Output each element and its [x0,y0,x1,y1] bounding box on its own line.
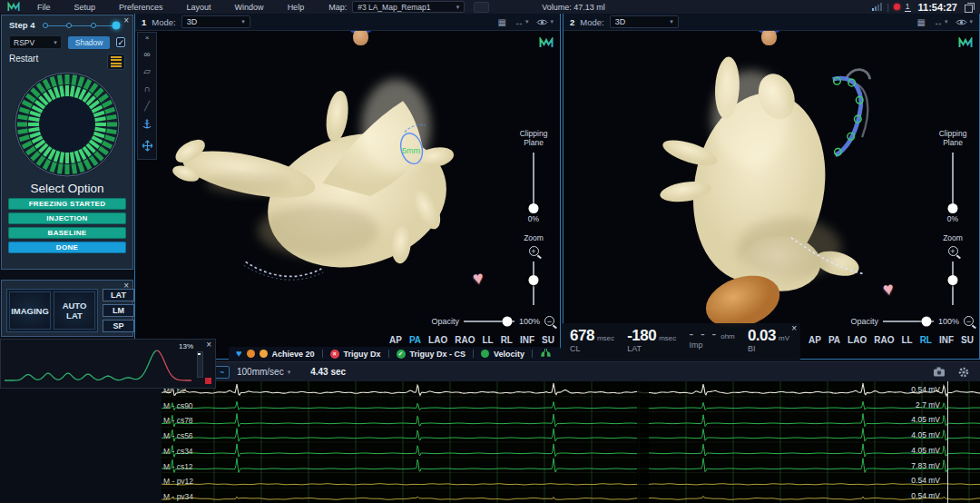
zoom-in-icon[interactable]: + [948,246,958,256]
ecg-channel-row[interactable]: M - cs34 4.05 mV [162,442,980,458]
vein-select-value: RSPV [14,38,34,47]
plane-tool-icon[interactable]: ▱ [143,67,151,76]
opacity-slider[interactable] [464,321,514,322]
menu-items: FileSetupPreferencesLayoutWindowHelp [25,3,316,12]
orientation-button[interactable]: INF [520,335,534,345]
gear-icon[interactable] [958,367,969,378]
sweep-speed-icon[interactable]: ~ [214,366,230,379]
orientation-button[interactable]: RL [501,335,513,345]
zoom-slider-knob[interactable] [948,275,958,285]
sweep-arrows-icon[interactable]: ↔▾ [934,17,948,27]
restart-link[interactable]: Restart [9,54,38,64]
close-icon[interactable]: × [791,324,797,333]
zoom-slider-knob[interactable] [529,275,539,285]
lat-button[interactable]: SP [103,320,134,332]
velocity-label[interactable]: Velocity [494,350,524,359]
orientation-button[interactable]: PA [828,335,840,345]
grid-view-icon[interactable]: ▦ [917,17,926,27]
caret-down-icon: ▾ [54,39,57,46]
vein-select[interactable]: RSPV ▾ [9,35,62,49]
window-restore-icon[interactable] [965,5,973,13]
clipping-slider-knob[interactable] [948,203,958,213]
shadow-checkbox[interactable]: ✓ [116,37,125,47]
close-icon[interactable]: × [123,281,129,291]
shadow-button[interactable]: Shadow [68,36,111,49]
menu-item[interactable]: Layout [187,3,211,12]
mode-label: Mode: [152,17,175,27]
zoom-out-icon[interactable]: − [964,316,974,326]
ecg-channel-row[interactable]: M - pv12 0.54 mV [162,473,980,488]
curve-tool-icon[interactable]: ∩ [143,84,150,94]
zoom-out-icon[interactable]: − [544,316,554,326]
ecg-cursor[interactable] [947,381,948,503]
ecg-channel-row[interactable]: M - pv34 0.54 mV [162,488,980,503]
triguy-label[interactable]: Triguy Dx [344,350,381,359]
grid-view-icon[interactable]: ▦ [498,17,506,27]
orientation-button[interactable]: LAO [428,335,447,345]
orientation-button[interactable]: SU [961,335,974,345]
sweep-arrows-icon[interactable]: ↔▾ [514,17,529,27]
lat-button[interactable]: LM [103,304,134,317]
orientation-button[interactable]: RAO [455,335,475,345]
orientation-button[interactable]: PA [409,335,421,345]
sweep-speed-value[interactable]: 100mm/sec [237,367,284,377]
orientation-button[interactable]: INF [939,335,954,345]
ecg-channel-row[interactable]: M - E2 0.54 mV [162,381,980,397]
ecg-channel-row[interactable]: M - cs56 4.05 mV [162,427,980,442]
clipping-slider[interactable] [533,153,534,209]
orientation-button[interactable]: LAO [848,335,867,345]
camera-icon[interactable] [933,367,946,377]
action-button[interactable]: DONE [8,242,126,253]
close-icon[interactable]: × [145,35,150,42]
action-buttons: FREEZING STARTEDINJECTIONBASELINEDONE [2,198,132,253]
anchor-tool-icon[interactable] [142,119,152,132]
orientation-button[interactable]: LL [901,335,912,345]
orientation-button[interactable]: AP [808,335,821,345]
menu-item[interactable]: Window [235,3,264,12]
viewport-2-3d-canvas[interactable] [564,30,979,359]
visibility-eye-icon[interactable]: ▾ [536,18,554,26]
opacity-slider[interactable] [883,321,934,322]
action-button[interactable]: INJECTION [8,212,126,224]
lat-button[interactable]: LAT [103,289,134,301]
orientation-button[interactable]: LL [482,335,493,345]
zoom-slider[interactable] [533,261,534,305]
zoom-slider[interactable] [952,261,954,305]
move-tool-icon[interactable] [142,140,153,153]
mode-select[interactable]: 3D ▾ [610,15,679,28]
imaging-button[interactable]: AUTO LAT [54,291,95,330]
orientation-button[interactable]: RL [920,335,932,345]
ecg-channel-row[interactable]: M - cs78 4.05 mV [162,412,980,428]
menubar-tool-icon[interactable] [474,2,489,13]
menu-item[interactable]: File [37,3,51,12]
opacity-slider-knob[interactable] [921,316,931,326]
close-icon[interactable]: × [206,340,211,350]
divider: | [887,3,888,12]
line-tool-icon[interactable]: ╱ [144,102,150,111]
viewport-1-3d-canvas[interactable] [135,30,560,359]
menu-item[interactable]: Help [288,3,305,12]
menu-item[interactable]: Setup [74,3,96,12]
step-dot [43,23,48,28]
menu-hamburger-icon[interactable] [107,54,125,70]
ecg-channel-row[interactable]: M - cs90 2.7 mV [162,397,980,412]
ecg-channel-row[interactable]: M - cs12 7.83 mV [162,458,980,473]
menu-item[interactable]: Preferences [119,3,163,12]
orientation-button[interactable]: SU [542,335,554,345]
mode-select[interactable]: 3D ▾ [181,15,250,28]
opacity-slider-knob[interactable] [502,316,512,326]
orientation-button[interactable]: RAO [874,335,894,345]
action-button[interactable]: FREEZING STARTED [8,198,126,210]
imaging-button[interactable]: IMAGING [9,291,51,330]
action-button[interactable]: BASELINE [8,227,126,239]
map-select[interactable]: #3 LA_Map_Remap1 ▾ [352,1,465,13]
visibility-eye-icon[interactable]: ▾ [956,18,973,26]
close-icon[interactable]: × [123,16,129,25]
blob-tool-icon[interactable]: ∞ [143,50,150,59]
clipping-slider-knob[interactable] [529,203,539,213]
orientation-button[interactable]: AP [389,335,402,345]
zoom-in-icon[interactable]: + [529,246,539,256]
achieve-label[interactable]: Achieve 20 [272,350,315,359]
triguy-cs-label[interactable]: Triguy Dx - CS [410,350,466,359]
clipping-slider[interactable] [952,153,954,209]
